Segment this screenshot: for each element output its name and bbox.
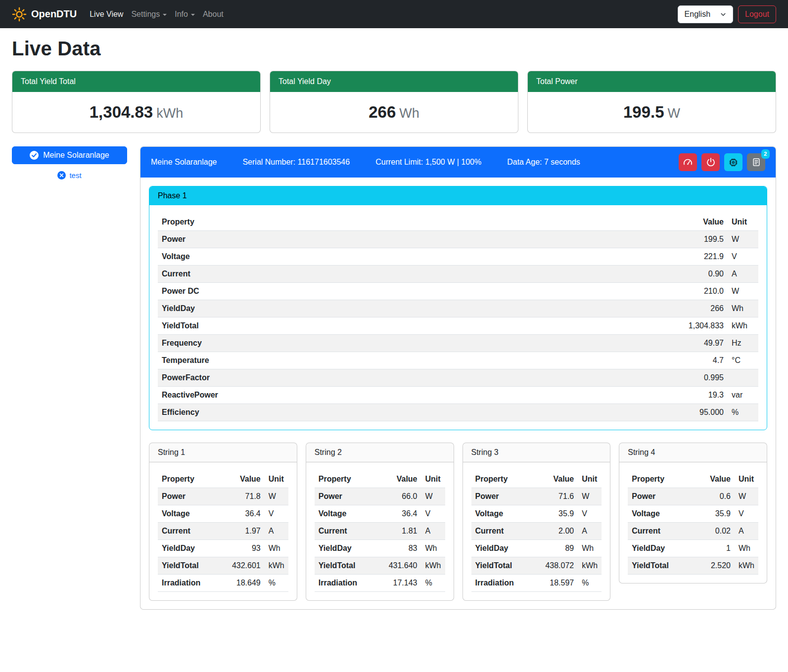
inverter-sidebar: Meine Solaranlage test (12, 146, 127, 179)
table-row: YieldDay 83 Wh (315, 540, 445, 557)
card-unit: Wh (399, 106, 419, 121)
property-name: Voltage (471, 505, 541, 523)
table-row: YieldTotal 432.601 kWh (158, 557, 288, 575)
property-name: Power DC (158, 283, 662, 300)
property-unit: % (578, 575, 602, 592)
card-value: 199.5 (623, 103, 664, 121)
cpu-icon (728, 157, 739, 168)
property-name: Power (471, 488, 541, 505)
chevron-down-icon (163, 14, 167, 16)
property-value: 431.640 (384, 557, 421, 575)
property-unit: % (265, 575, 288, 592)
card-body: 199.5W (528, 92, 776, 133)
property-unit: Wh (728, 300, 758, 317)
device-info-button[interactable] (724, 153, 742, 171)
property-value: 221.9 (662, 248, 728, 266)
property-unit: % (728, 404, 758, 421)
card-unit: W (668, 106, 680, 121)
property-value: 4.7 (662, 352, 728, 369)
col-unit: Unit (728, 214, 758, 231)
col-value: Value (697, 471, 735, 488)
table-row: Irradiation 17.143 % (315, 575, 445, 592)
table-row: ReactivePower 19.3 var (158, 387, 758, 404)
table-row: YieldTotal 438.072 kWh (471, 557, 602, 575)
nav-live-view[interactable]: Live View (86, 6, 127, 23)
property-name: Voltage (628, 505, 697, 523)
table-row: Power 66.0 W (315, 488, 445, 505)
property-name: YieldTotal (158, 317, 662, 335)
inverter-limit: Current Limit: 1,500 W | 100% (375, 158, 481, 167)
table-row: YieldDay 266 Wh (158, 300, 758, 317)
power-button[interactable] (701, 153, 720, 171)
property-name: Irradiation (158, 575, 227, 592)
property-value: 17.143 (384, 575, 421, 592)
gauge-icon (683, 157, 693, 168)
property-value: 36.4 (227, 505, 265, 523)
property-unit: kWh (578, 557, 602, 575)
table-row: Irradiation 18.649 % (158, 575, 288, 592)
table-row: Current 1.81 A (315, 523, 445, 540)
property-value: 0.90 (662, 266, 728, 283)
property-value: 438.072 (540, 557, 578, 575)
phase-title: Phase 1 (149, 186, 767, 205)
journal-icon (751, 157, 761, 167)
sidebar-item-test[interactable]: test (12, 171, 127, 179)
property-value: 199.5 (662, 231, 728, 248)
inverter-actions: 2 (679, 153, 765, 171)
table-row: YieldTotal 1,304.833 kWh (158, 317, 758, 335)
col-value: Value (540, 471, 578, 488)
card-title: Total Power (528, 71, 776, 92)
property-unit: A (421, 523, 445, 540)
property-unit: °C (728, 352, 758, 369)
nav-info[interactable]: Info (171, 6, 199, 23)
summary-cards: Total Yield Total 1,304.83kWh Total Yiel… (12, 71, 776, 133)
col-property: Property (158, 214, 662, 231)
property-name: Current (315, 523, 384, 540)
x-circle-icon (57, 171, 66, 179)
property-unit: W (421, 488, 445, 505)
logout-button[interactable]: Logout (738, 5, 776, 23)
col-property: Property (628, 471, 697, 488)
property-name: Current (471, 523, 541, 540)
property-name: Frequency (158, 335, 662, 352)
property-unit: A (735, 523, 758, 540)
property-value: 1.81 (384, 523, 421, 540)
property-unit: V (578, 505, 602, 523)
property-value: 1,304.833 (662, 317, 728, 335)
strings-row: String 1 Property Value Unit (149, 443, 767, 601)
table-row: YieldTotal 431.640 kWh (315, 557, 445, 575)
property-unit: kWh (421, 557, 445, 575)
property-value: 71.8 (227, 488, 265, 505)
property-unit: A (578, 523, 602, 540)
table-header-row: Property Value Unit (628, 471, 758, 488)
brand-label: OpenDTU (31, 8, 77, 20)
nav-about[interactable]: About (199, 6, 228, 23)
table-row: Temperature 4.7 °C (158, 352, 758, 369)
limit-settings-button[interactable] (679, 153, 697, 171)
language-select[interactable]: English (678, 5, 733, 23)
property-value: 0.02 (697, 523, 735, 540)
property-value: 71.6 (540, 488, 578, 505)
string-title: String 3 (463, 443, 610, 462)
events-badge: 2 (761, 149, 770, 159)
event-log-button[interactable]: 2 (747, 153, 765, 171)
property-name: Voltage (158, 248, 662, 266)
sidebar-item-inverter[interactable]: Meine Solaranlage (12, 146, 127, 164)
property-unit: Wh (735, 540, 758, 557)
property-unit: Hz (728, 335, 758, 352)
brand[interactable]: OpenDTU (12, 7, 77, 22)
property-name: Current (158, 266, 662, 283)
property-value: 35.9 (540, 505, 578, 523)
col-unit: Unit (578, 471, 602, 488)
property-unit: Wh (578, 540, 602, 557)
property-value: 1 (697, 540, 735, 557)
string-3-table: Property Value Unit Power (471, 471, 602, 592)
inverter-data-age: Data Age: 7 seconds (507, 158, 580, 167)
nav-settings[interactable]: Settings (127, 6, 171, 23)
sidebar-item-label: Meine Solaranlage (43, 151, 109, 160)
col-unit: Unit (421, 471, 445, 488)
property-name: YieldDay (158, 300, 662, 317)
property-unit: Wh (265, 540, 288, 557)
inverter-card-body: Phase 1 Property Value Unit (140, 178, 776, 609)
table-row: Voltage 36.4 V (315, 505, 445, 523)
